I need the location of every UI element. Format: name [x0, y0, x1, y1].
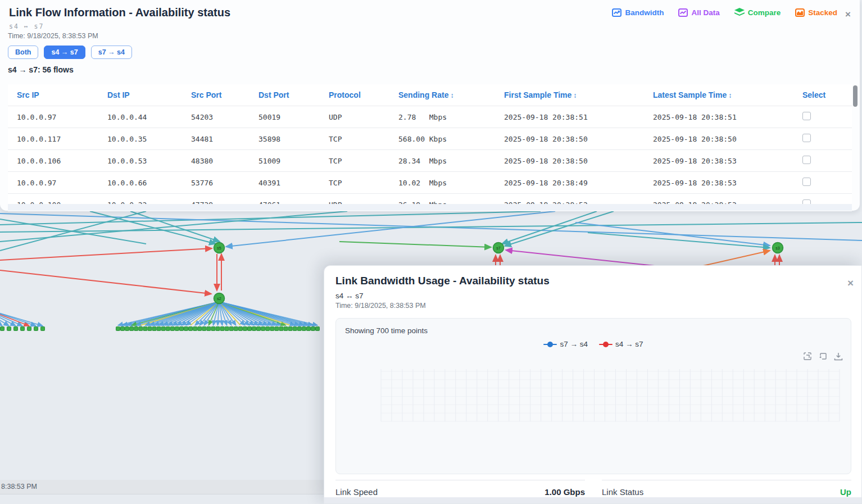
download-icon[interactable]: [834, 352, 843, 364]
close-icon[interactable]: ×: [847, 277, 854, 289]
host-node[interactable]: [193, 327, 197, 331]
table-vertical-scrollbar[interactable]: [853, 85, 858, 209]
host-node[interactable]: [234, 327, 238, 331]
col-header-first-sample-time[interactable]: First Sample Time↕: [495, 84, 644, 106]
host-node[interactable]: [175, 327, 179, 331]
host-node[interactable]: [161, 327, 165, 331]
host-node[interactable]: [184, 327, 188, 331]
host-node[interactable]: [270, 327, 274, 331]
switch-node-s3[interactable]: s3: [773, 243, 783, 253]
flow-row: 10.0.0.9710.0.0.665377640391TCP10.02 Mbp…: [8, 172, 852, 194]
row-select-checkbox[interactable]: [802, 156, 811, 164]
host-node[interactable]: [7, 327, 11, 331]
host-node[interactable]: [311, 327, 315, 331]
host-node[interactable]: [134, 327, 138, 331]
col-header-sending-rate[interactable]: Sending Rate↕: [389, 84, 495, 106]
host-node[interactable]: [21, 327, 25, 331]
filter-s7-to-s4-button[interactable]: s7 → s4: [91, 46, 132, 59]
timeline-current-time: 8:38:53 PM: [1, 483, 37, 491]
stacked-button[interactable]: Stacked: [795, 8, 837, 17]
host-node[interactable]: [207, 327, 211, 331]
flow-row: 10.0.0.9710.0.0.445420350019UDP2.78 Mbps…: [8, 106, 852, 128]
link-status-value: Up: [840, 487, 851, 497]
host-node[interactable]: [139, 327, 143, 331]
filter-both-button[interactable]: Both: [8, 46, 38, 59]
host-node[interactable]: [247, 327, 251, 331]
modal-bottom-strip: [324, 497, 861, 503]
restore-zoom-icon[interactable]: [819, 352, 828, 364]
host-node[interactable]: [170, 327, 174, 331]
host-node[interactable]: [157, 327, 161, 331]
host-node[interactable]: [148, 327, 152, 331]
modal-time: Time: 9/18/2025, 8:38:53 PM: [335, 302, 426, 310]
host-node[interactable]: [238, 327, 242, 331]
host-node[interactable]: [189, 327, 193, 331]
host-node[interactable]: [284, 327, 288, 331]
host-node[interactable]: [252, 327, 256, 331]
host-node[interactable]: [116, 327, 120, 331]
switch-node-s7[interactable]: s7: [493, 243, 504, 253]
host-node[interactable]: [266, 327, 270, 331]
host-node[interactable]: [275, 327, 279, 331]
host-node[interactable]: [306, 327, 310, 331]
host-node[interactable]: [121, 327, 125, 331]
bandwidth-chart-card: Showing 700 time points s7 → s4s4 → s7: [335, 318, 851, 474]
host-node[interactable]: [14, 327, 18, 331]
host-node[interactable]: [125, 327, 129, 331]
bandwidth-button[interactable]: Bandwidth: [612, 8, 664, 17]
host-node[interactable]: [216, 327, 220, 331]
row-select-checkbox[interactable]: [802, 112, 811, 120]
table-horizontal-scrollbar[interactable]: [8, 204, 852, 211]
host-node[interactable]: [229, 327, 233, 331]
host-node[interactable]: [316, 327, 320, 331]
host-node[interactable]: [202, 327, 206, 331]
host-node[interactable]: [243, 327, 247, 331]
host-node[interactable]: [302, 327, 306, 331]
host-node[interactable]: [220, 327, 224, 331]
host-node[interactable]: [34, 327, 38, 331]
host-node[interactable]: [166, 327, 170, 331]
host-node[interactable]: [279, 327, 283, 331]
host-node[interactable]: [28, 327, 31, 331]
switch-node-s5[interactable]: s5: [214, 243, 225, 253]
switch-node-s2[interactable]: s2: [214, 293, 225, 304]
col-header-latest-sample-time[interactable]: Latest Sample Time↕: [644, 84, 793, 106]
host-node[interactable]: [225, 327, 229, 331]
host-node[interactable]: [288, 327, 292, 331]
host-node[interactable]: [293, 327, 297, 331]
chart-legend: s7 → s4s4 → s7: [336, 340, 851, 348]
host-node[interactable]: [143, 327, 147, 331]
host-node[interactable]: [261, 327, 265, 331]
bandwidth-line-chart[interactable]: [336, 362, 852, 475]
col-header-src-ip: Src IP: [8, 84, 98, 106]
host-node[interactable]: [152, 327, 156, 331]
row-select-checkbox[interactable]: [802, 178, 811, 186]
direction-filter-group: Both s4 → s7 s7 → s4: [8, 46, 132, 59]
flow-table: Src IPDst IPSrc PortDst PortProtocolSend…: [8, 84, 852, 211]
all-data-button[interactable]: All Data: [678, 8, 719, 17]
line-chart-icon: [678, 8, 688, 17]
host-node[interactable]: [179, 327, 183, 331]
zoom-select-icon[interactable]: [804, 352, 813, 364]
host-node[interactable]: [211, 327, 215, 331]
col-header-dst-port: Dst Port: [249, 84, 320, 106]
link-speed-label: Link Speed: [335, 487, 378, 497]
host-node[interactable]: [1, 327, 4, 331]
legend-item[interactable]: s4 → s7: [599, 340, 643, 348]
legend-item[interactable]: s7 → s4: [543, 340, 588, 348]
link-status-row: Link Status Up: [602, 480, 851, 497]
filter-s4-to-s7-button[interactable]: s4 → s7: [44, 46, 85, 59]
flow-row: 10.0.0.11710.0.0.353448135898TCP568.00 K…: [8, 128, 852, 150]
close-icon[interactable]: ×: [845, 9, 851, 20]
compare-layers-icon-button[interactable]: Compare: [734, 8, 781, 17]
link-status-label: Link Status: [602, 487, 643, 497]
chart-toolbox: [804, 352, 843, 364]
host-node[interactable]: [257, 327, 261, 331]
host-node[interactable]: [130, 327, 134, 331]
host-node[interactable]: [41, 327, 45, 331]
link-speed-row: Link Speed 1.00 Gbps: [335, 480, 585, 497]
host-node[interactable]: [198, 327, 202, 331]
flows-summary: s4 → s7: 56 flows: [8, 65, 74, 74]
row-select-checkbox[interactable]: [802, 134, 811, 142]
host-node[interactable]: [297, 327, 301, 331]
